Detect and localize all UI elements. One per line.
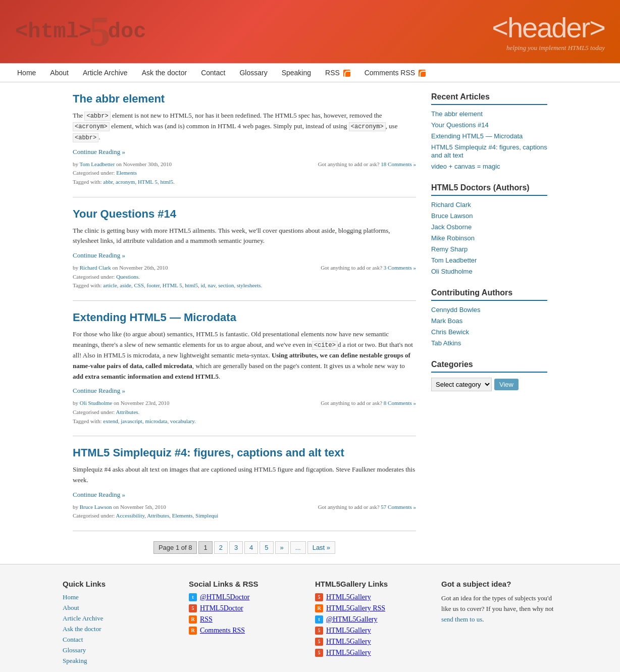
recent-article-link[interactable]: Your Questions #14 <box>431 121 489 129</box>
contributor-link[interactable]: Cennydd Bowles <box>431 306 481 314</box>
article-title-link[interactable]: HTML5 Simplequiz #4: figures, captions a… <box>73 446 344 459</box>
tag-link[interactable]: id <box>201 282 205 288</box>
author-link[interactable]: Mike Robinson <box>431 234 475 242</box>
author-link[interactable]: Richard Clark <box>431 201 471 209</box>
tag-link[interactable]: HTML 5 <box>138 179 158 185</box>
continue-reading-link[interactable]: Continue Reading » <box>73 148 125 156</box>
nav-comments-rss[interactable]: Comments RSS <box>357 64 433 82</box>
author-link[interactable]: Remy Sharp <box>431 245 468 253</box>
tag-link[interactable]: section <box>218 282 234 288</box>
contributor-link[interactable]: Tab Atkins <box>431 339 461 347</box>
quick-link[interactable]: Ask the doctor <box>63 625 101 633</box>
tag-link[interactable]: nav <box>208 282 216 288</box>
category-link[interactable]: Accessibility <box>116 512 145 519</box>
pagination-page-2[interactable]: 2 <box>214 541 228 554</box>
nav-rss[interactable]: RSS <box>318 64 357 82</box>
category-link[interactable]: Questions <box>116 274 138 280</box>
pagination-ellipsis[interactable]: ... <box>290 541 306 554</box>
continue-reading-link[interactable]: Continue Reading » <box>73 251 125 259</box>
category-select[interactable]: Select category <box>431 378 492 391</box>
gallery-link[interactable]: @HTML5Gallery <box>326 615 378 624</box>
quick-link[interactable]: Speaking <box>63 657 87 664</box>
category-link[interactable]: Simplequi <box>195 512 218 519</box>
tag-link[interactable]: stylesheets <box>237 282 261 288</box>
tag-link[interactable]: HTML 5 <box>163 282 182 288</box>
pagination-last[interactable]: Last » <box>307 541 335 554</box>
gallery-link[interactable]: HTML5Gallery <box>326 638 371 646</box>
quick-link[interactable]: Home <box>63 593 79 601</box>
tag-link[interactable]: vocabulary <box>170 418 194 424</box>
author-link[interactable]: Jack Osborne <box>431 223 472 231</box>
code-acronym: <acronym> <box>73 122 110 131</box>
category-link[interactable]: Attributes <box>147 512 169 519</box>
tag-link[interactable]: extend <box>103 418 118 424</box>
recent-article-link[interactable]: The abbr element <box>431 110 483 118</box>
nav-article-archive[interactable]: Article Archive <box>76 64 135 82</box>
tag-link[interactable]: html5 <box>185 282 198 288</box>
pagination-page-5[interactable]: 5 <box>260 541 273 554</box>
continue-reading-link[interactable]: Continue Reading » <box>73 491 125 498</box>
tag-link[interactable]: acronym <box>116 179 135 185</box>
contributing-list: Cennydd Bowles Mark Boas Chris Bewick Ta… <box>431 306 547 347</box>
tag-link[interactable]: CSS <box>134 282 144 288</box>
contributor-link[interactable]: Mark Boas <box>431 317 462 325</box>
comments-link[interactable]: 57 Comments » <box>381 504 416 510</box>
category-link[interactable]: Attributes <box>116 409 138 415</box>
nav-speaking[interactable]: Speaking <box>275 64 318 82</box>
comments-link[interactable]: 18 Comments » <box>381 161 416 167</box>
social-link[interactable]: Comments RSS <box>200 627 245 635</box>
gallery-link[interactable]: HTML5Gallery RSS <box>326 604 385 612</box>
quick-links-heading: Quick Links <box>63 580 179 588</box>
quick-link[interactable]: About <box>63 604 79 611</box>
comments-link[interactable]: 3 Comments » <box>384 265 416 271</box>
nav-about[interactable]: About <box>43 64 76 82</box>
gallery-link[interactable]: HTML5Gallery <box>326 649 371 657</box>
gallery-link[interactable]: HTML5Gallery <box>326 627 371 635</box>
category-link[interactable]: Elements <box>116 170 137 176</box>
tag-link[interactable]: html5 <box>160 179 173 185</box>
author-link[interactable]: Richard Clark <box>80 265 111 271</box>
author-link[interactable]: Oli Studholme <box>80 400 112 406</box>
social-link[interactable]: RSS <box>200 615 213 624</box>
article-title-link[interactable]: Extending HTML5 — Microdata <box>73 311 236 324</box>
nav-ask-doctor[interactable]: Ask the doctor <box>135 64 194 82</box>
quick-link[interactable]: Glossary <box>63 646 86 654</box>
tag-link[interactable]: abbr <box>103 179 113 185</box>
gallery-link[interactable]: HTML5Gallery <box>326 593 371 601</box>
tag-link[interactable]: article <box>103 282 117 288</box>
tag-link[interactable]: footer <box>147 282 160 288</box>
nav-contact[interactable]: Contact <box>194 64 232 82</box>
pagination-page-3[interactable]: 3 <box>229 541 243 554</box>
author-link[interactable]: Bruce Lawson <box>80 504 112 510</box>
nav-home[interactable]: Home <box>10 64 43 82</box>
recent-article-link[interactable]: HTML5 Simplequiz #4: figures, captions a… <box>431 143 547 159</box>
social-link[interactable]: HTML5Doctor <box>200 604 243 612</box>
article-title-link[interactable]: Your Questions #14 <box>73 208 176 220</box>
pagination-current: Page 1 of 8 <box>153 541 197 554</box>
tag-link[interactable]: microdata <box>145 418 167 424</box>
social-link[interactable]: @HTML5Doctor <box>200 593 249 601</box>
main-navigation: Home About Article Archive Ask the docto… <box>0 63 620 82</box>
author-link[interactable]: Bruce Lawson <box>431 212 473 220</box>
quick-link[interactable]: Article Archive <box>63 614 104 622</box>
category-link[interactable]: Elements <box>172 512 193 519</box>
category-view-button[interactable]: View <box>494 379 519 390</box>
pagination-page-4[interactable]: 4 <box>244 541 258 554</box>
article-entry: HTML5 Simplequiz #4: figures, captions a… <box>73 446 416 531</box>
author-link[interactable]: Tom Leadbetter <box>431 256 477 264</box>
article-title-link[interactable]: The abbr element <box>73 92 165 105</box>
contributor-link[interactable]: Chris Bewick <box>431 328 469 336</box>
comments-link[interactable]: 8 Comments » <box>384 400 416 406</box>
author-link[interactable]: Oli Studholme <box>431 268 473 275</box>
recent-article-link[interactable]: Extending HTML5 — Microdata <box>431 132 523 140</box>
author-link[interactable]: Tom Leadbetter <box>80 161 115 167</box>
recent-article-link[interactable]: video + canvas = magic <box>431 163 500 170</box>
quick-link[interactable]: Contact <box>63 636 83 643</box>
gallery-heading: HTML5Gallery Links <box>315 580 431 588</box>
idea-link[interactable]: send them to us <box>441 615 482 623</box>
tag-link[interactable]: javascript <box>121 418 142 424</box>
continue-reading-link[interactable]: Continue Reading » <box>73 387 125 394</box>
pagination-next[interactable]: » <box>275 541 289 554</box>
nav-glossary[interactable]: Glossary <box>232 64 274 82</box>
tag-link[interactable]: aside <box>120 282 131 288</box>
